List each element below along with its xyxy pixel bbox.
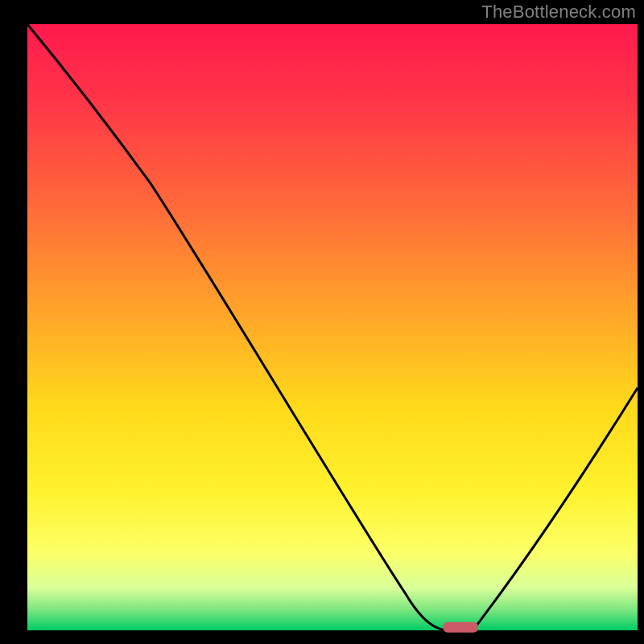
optimal-marker	[443, 622, 478, 633]
plot-background	[27, 24, 638, 630]
watermark-text: TheBottleneck.com	[481, 2, 636, 23]
chart-frame: TheBottleneck.com	[0, 0, 644, 644]
bottleneck-chart	[0, 0, 644, 644]
